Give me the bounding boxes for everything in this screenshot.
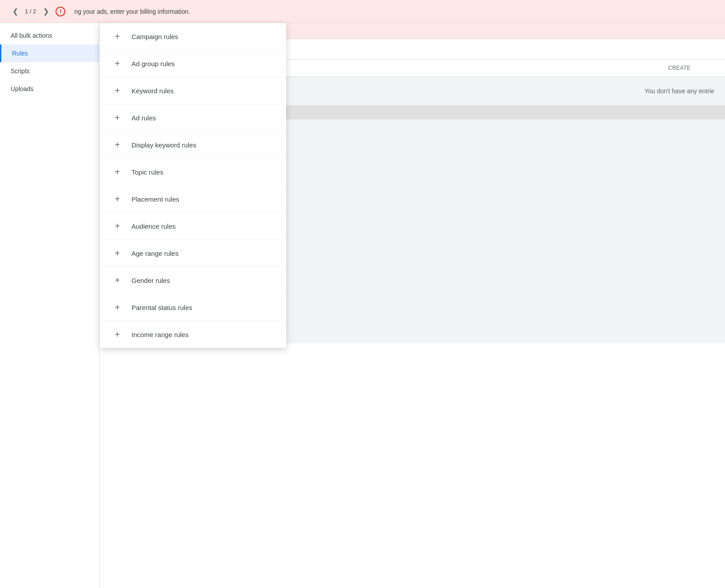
dropdown-item-ad-rules[interactable]: + Ad rules <box>100 104 286 131</box>
rules-dropdown: + Campaign rules + Ad group rules + Keyw… <box>100 23 286 348</box>
top-bar-nav: ❮ 1 / 2 ❯ ! <box>9 5 65 18</box>
dropdown-item-placement-rules[interactable]: + Placement rules <box>100 186 286 213</box>
chevron-right-icon: ❯ <box>43 7 49 16</box>
dropdown-item-audience-rules[interactable]: + Audience rules <box>100 213 286 240</box>
chevron-left-icon: ❮ <box>12 7 18 16</box>
sidebar: All bulk actions Rules Scripts Uploads <box>0 23 100 588</box>
page-indicator: 1 / 2 <box>25 8 36 15</box>
sidebar-item-rules[interactable]: Rules <box>0 44 99 62</box>
dropdown-item-gender-rules[interactable]: + Gender rules <box>100 267 286 294</box>
sidebar-item-scripts[interactable]: Scripts <box>0 62 99 80</box>
gender-rules-label: Gender rules <box>131 277 170 284</box>
plus-icon: + <box>112 112 123 123</box>
dropdown-item-campaign-rules[interactable]: + Campaign rules <box>100 23 286 50</box>
all-bulk-actions-label: All bulk actions <box>11 32 52 39</box>
prev-page-button[interactable]: ❮ <box>9 5 21 18</box>
dropdown-item-age-range-rules[interactable]: + Age range rules <box>100 240 286 267</box>
plus-icon: + <box>112 31 123 42</box>
campaign-rules-label: Campaign rules <box>131 33 178 40</box>
parental-status-rules-label: Parental status rules <box>131 304 192 311</box>
ad-group-rules-label: Ad group rules <box>131 60 175 68</box>
plus-icon: + <box>112 139 123 150</box>
top-bar: ❮ 1 / 2 ❯ ! ng your ads, enter your bill… <box>0 0 725 23</box>
next-page-button[interactable]: ❯ <box>40 5 52 18</box>
plus-icon: + <box>112 58 123 69</box>
plus-icon: + <box>112 275 123 286</box>
scripts-label: Scripts <box>11 68 30 75</box>
ad-rules-label: Ad rules <box>131 114 156 122</box>
error-icon[interactable]: ! <box>56 7 65 16</box>
sidebar-item-all-bulk-actions[interactable]: All bulk actions <box>0 27 99 44</box>
rules-label: Rules <box>12 50 28 57</box>
display-keyword-rules-label: Display keyword rules <box>131 141 196 149</box>
dropdown-item-keyword-rules[interactable]: + Keyword rules <box>100 77 286 104</box>
plus-icon: + <box>112 329 123 340</box>
age-range-rules-label: Age range rules <box>131 250 179 257</box>
plus-icon: + <box>112 85 123 96</box>
plus-icon: + <box>112 194 123 204</box>
placement-rules-label: Placement rules <box>131 195 179 203</box>
header-created: Create <box>661 60 714 76</box>
notification-text: ng your ads, enter your billing informat… <box>74 8 190 15</box>
keyword-rules-label: Keyword rules <box>131 87 174 95</box>
plus-icon: + <box>112 167 123 177</box>
dropdown-item-income-range-rules[interactable]: + Income range rules <box>100 321 286 348</box>
dropdown-item-topic-rules[interactable]: + Topic rules <box>100 159 286 186</box>
sidebar-item-uploads[interactable]: Uploads <box>0 80 99 98</box>
plus-icon: + <box>112 248 123 258</box>
dropdown-item-display-keyword-rules[interactable]: + Display keyword rules <box>100 131 286 159</box>
uploads-label: Uploads <box>11 85 33 92</box>
plus-icon: + <box>112 221 123 231</box>
plus-icon: + <box>112 302 123 313</box>
income-range-rules-label: Income range rules <box>131 331 188 338</box>
audience-rules-label: Audience rules <box>131 222 175 230</box>
dropdown-item-ad-group-rules[interactable]: + Ad group rules <box>100 50 286 77</box>
topic-rules-label: Topic rules <box>131 168 163 176</box>
dropdown-item-parental-status-rules[interactable]: + Parental status rules <box>100 294 286 321</box>
